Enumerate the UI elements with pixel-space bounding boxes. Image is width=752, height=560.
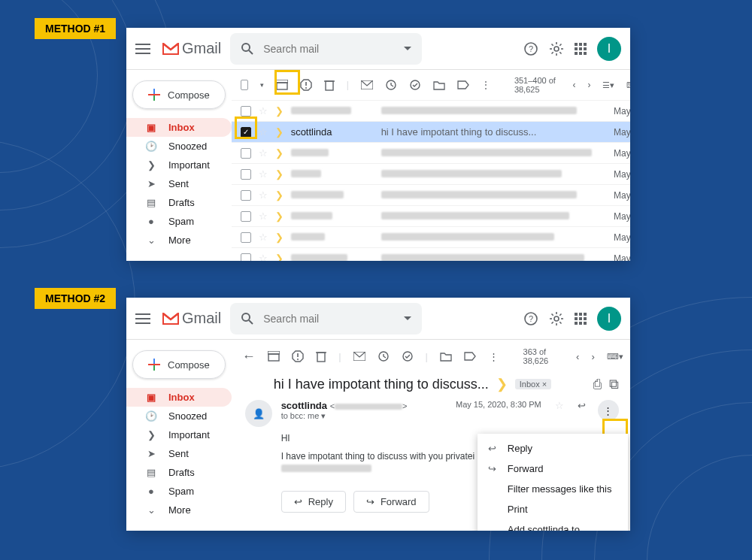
important-icon[interactable]: ❯ bbox=[275, 210, 284, 222]
add-task-icon[interactable] bbox=[409, 78, 421, 92]
more-icon[interactable]: ⋮ bbox=[481, 78, 490, 92]
reply-quick-icon[interactable]: ↩ bbox=[578, 400, 586, 411]
email-row[interactable]: ☆❯May 15 bbox=[232, 247, 630, 261]
star-icon[interactable]: ☆ bbox=[259, 189, 268, 201]
sidebar-item-spam[interactable]: ●Spam bbox=[126, 212, 232, 231]
sidebar-item-more[interactable]: ⌄More bbox=[126, 501, 232, 519]
mark-read-icon[interactable] bbox=[361, 78, 373, 92]
row-checkbox[interactable] bbox=[241, 253, 251, 262]
row-checkbox[interactable] bbox=[241, 106, 251, 117]
star-icon[interactable]: ☆ bbox=[259, 232, 268, 243]
delete-icon[interactable] bbox=[316, 350, 327, 363]
snooze-icon[interactable] bbox=[385, 78, 397, 92]
sidebar-item-snoozed[interactable]: 🕑Snoozed bbox=[126, 407, 232, 425]
archive-icon[interactable] bbox=[276, 78, 288, 92]
report-spam-icon[interactable] bbox=[292, 350, 304, 363]
star-icon[interactable]: ☆ bbox=[259, 126, 268, 138]
message-more-icon[interactable]: ⋮ bbox=[598, 400, 619, 421]
row-checkbox[interactable] bbox=[241, 211, 251, 222]
star-icon[interactable]: ☆ bbox=[259, 253, 268, 261]
row-checkbox[interactable] bbox=[241, 190, 251, 201]
star-icon[interactable]: ☆ bbox=[259, 147, 268, 159]
sidebar-item-drafts[interactable]: ▤Drafts bbox=[126, 463, 232, 482]
search-bar[interactable] bbox=[230, 303, 422, 334]
page-prev-icon[interactable]: ‹ bbox=[576, 351, 579, 362]
help-icon[interactable]: ? bbox=[523, 311, 538, 326]
select-all-checkbox[interactable] bbox=[241, 80, 248, 90]
input-tools-icon[interactable]: ⌨▾ bbox=[626, 80, 630, 90]
apps-grid-icon[interactable] bbox=[575, 43, 587, 55]
reply-button[interactable]: ↩Reply bbox=[281, 491, 346, 513]
hamburger-icon[interactable] bbox=[135, 313, 150, 324]
help-icon[interactable]: ? bbox=[523, 41, 538, 56]
row-checkbox[interactable] bbox=[241, 232, 251, 243]
star-icon[interactable]: ☆ bbox=[259, 105, 268, 117]
row-checkbox[interactable] bbox=[241, 169, 251, 180]
important-icon[interactable]: ❯ bbox=[275, 189, 284, 201]
hamburger-icon[interactable] bbox=[135, 44, 150, 54]
delete-icon[interactable] bbox=[324, 78, 335, 92]
inbox-chip[interactable]: Inbox × bbox=[515, 379, 551, 389]
email-row[interactable]: ☆❯May 15 bbox=[232, 226, 630, 247]
search-dropdown-icon[interactable] bbox=[404, 316, 411, 321]
star-icon[interactable]: ☆ bbox=[555, 400, 564, 411]
search-input[interactable] bbox=[263, 313, 395, 325]
sidebar-item-drafts[interactable]: ▤Drafts bbox=[126, 193, 232, 212]
settings-gear-icon[interactable] bbox=[549, 41, 564, 56]
forward-button[interactable]: ↪Forward bbox=[353, 491, 429, 513]
sidebar-item-important[interactable]: ❯Important bbox=[126, 156, 232, 174]
label-icon[interactable] bbox=[464, 350, 476, 363]
input-tools-icon[interactable]: ⌨▾ bbox=[607, 352, 623, 362]
back-icon[interactable]: ← bbox=[242, 349, 256, 365]
apps-grid-icon[interactable] bbox=[575, 313, 587, 325]
add-task-icon[interactable] bbox=[402, 350, 414, 363]
sidebar-item-spam[interactable]: ●Spam bbox=[126, 482, 232, 501]
menu-reply[interactable]: ↩Reply bbox=[478, 438, 628, 459]
mark-unread-icon[interactable] bbox=[353, 350, 365, 363]
page-prev-icon[interactable]: ‹ bbox=[572, 80, 575, 90]
menu-forward[interactable]: ↪Forward bbox=[478, 459, 628, 479]
email-row[interactable]: ☆❯May 15 bbox=[232, 163, 630, 184]
snooze-icon[interactable] bbox=[378, 350, 390, 363]
sidebar-item-more[interactable]: ⌄More bbox=[126, 231, 232, 250]
compose-button[interactable]: Compose bbox=[132, 80, 226, 109]
important-icon[interactable]: ❯ bbox=[275, 253, 284, 261]
search-dropdown-icon[interactable] bbox=[404, 47, 411, 51]
account-avatar[interactable]: I bbox=[597, 307, 621, 331]
menu-add-contact[interactable]: Add scottlinda to Contacts list bbox=[478, 519, 628, 531]
sidebar-item-sent[interactable]: ➤Sent bbox=[126, 174, 232, 193]
settings-gear-icon[interactable] bbox=[549, 311, 564, 326]
compose-button[interactable]: Compose bbox=[132, 350, 226, 379]
print-icon[interactable]: ⎙ bbox=[593, 377, 602, 392]
move-icon[interactable] bbox=[440, 350, 452, 363]
label-icon[interactable] bbox=[457, 78, 469, 92]
open-new-icon[interactable]: ⧉ bbox=[609, 377, 619, 392]
star-icon[interactable]: ☆ bbox=[259, 210, 268, 222]
important-icon[interactable]: ❯ bbox=[275, 126, 284, 138]
menu-filter[interactable]: Filter messages like this bbox=[478, 479, 628, 499]
density-icon[interactable]: ☰▾ bbox=[602, 80, 614, 90]
sidebar-item-important[interactable]: ❯Important bbox=[126, 425, 232, 444]
archive-icon[interactable] bbox=[268, 350, 280, 363]
star-icon[interactable]: ☆ bbox=[259, 168, 268, 180]
important-icon[interactable]: ❯ bbox=[496, 376, 508, 392]
email-row[interactable]: ☆❯May 15 bbox=[232, 205, 630, 226]
email-row[interactable]: ☆❯May 15 bbox=[232, 184, 630, 205]
page-next-icon[interactable]: › bbox=[591, 351, 594, 362]
row-checkbox-checked[interactable]: ✓ bbox=[241, 127, 251, 138]
more-icon[interactable]: ⋮ bbox=[488, 350, 499, 363]
sidebar-item-inbox[interactable]: ▣Inbox bbox=[126, 118, 232, 137]
sidebar-item-sent[interactable]: ➤Sent bbox=[126, 444, 232, 463]
page-next-icon[interactable]: › bbox=[587, 80, 590, 90]
menu-print[interactable]: Print bbox=[478, 499, 628, 519]
email-row[interactable]: ☆❯May 15 bbox=[232, 142, 630, 163]
search-input[interactable] bbox=[263, 43, 395, 55]
important-icon[interactable]: ❯ bbox=[275, 147, 284, 159]
important-icon[interactable]: ❯ bbox=[275, 232, 284, 243]
move-icon[interactable] bbox=[433, 78, 445, 92]
report-spam-icon[interactable] bbox=[300, 78, 312, 92]
email-row-selected[interactable]: ✓☆❯ scottlinda hi I have impotant thing … bbox=[232, 121, 630, 142]
important-icon[interactable]: ❯ bbox=[275, 105, 284, 117]
important-icon[interactable]: ❯ bbox=[275, 168, 284, 180]
sidebar-item-snoozed[interactable]: 🕑Snoozed bbox=[126, 137, 232, 156]
